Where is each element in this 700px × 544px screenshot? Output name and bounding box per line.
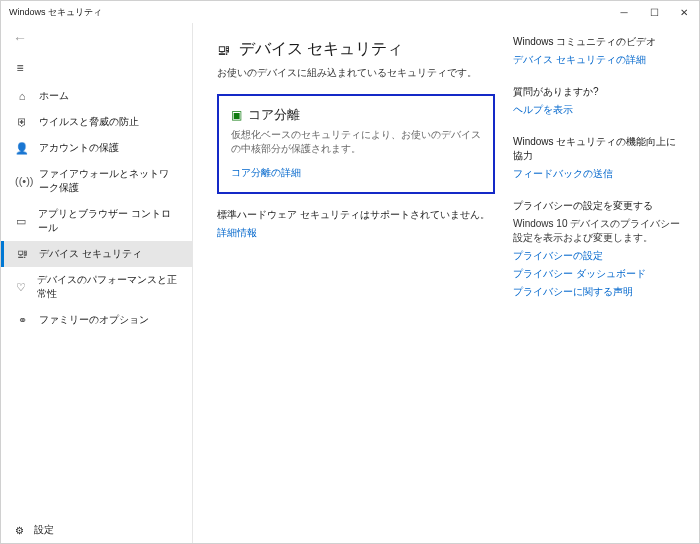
privacy-heading: プライバシーの設定を変更する xyxy=(513,199,683,213)
home-icon: ⌂ xyxy=(15,90,29,102)
sidebar-item-label: アプリとブラウザー コントロール xyxy=(38,207,178,235)
sidebar-item-account[interactable]: 👤 アカウントの保護 xyxy=(1,135,192,161)
feedback-link[interactable]: フィードバックの送信 xyxy=(513,167,683,181)
hw-security-text: 標準ハードウェア セキュリティはサポートされていません。 xyxy=(217,208,495,222)
sidebar-item-label: デバイスのパフォーマンスと正常性 xyxy=(37,273,178,301)
help-link[interactable]: ヘルプを表示 xyxy=(513,103,683,117)
device-icon: 🖳 xyxy=(15,248,29,260)
sidebar-item-firewall[interactable]: ((•)) ファイアウォールとネットワーク保護 xyxy=(1,161,192,201)
help-section: 質問がありますか? ヘルプを表示 xyxy=(513,85,683,117)
maximize-button[interactable]: ☐ xyxy=(639,1,669,23)
device-security-icon: 🖳 xyxy=(217,42,231,58)
heart-icon: ♡ xyxy=(15,281,27,294)
sidebar-item-family[interactable]: ⚭ ファミリーのオプション xyxy=(1,307,192,333)
antenna-icon: ((•)) xyxy=(15,175,29,187)
community-link[interactable]: デバイス セキュリティの詳細 xyxy=(513,53,683,67)
family-icon: ⚭ xyxy=(15,314,29,327)
core-isolation-link[interactable]: コア分離の詳細 xyxy=(231,167,301,178)
chip-icon: ▣ xyxy=(231,108,242,122)
main-content: 🖳 デバイス セキュリティ お使いのデバイスに組み込まれているセキュリティです。… xyxy=(193,23,699,544)
hw-security-section: 標準ハードウェア セキュリティはサポートされていません。 詳細情報 xyxy=(217,208,495,240)
feedback-heading: Windows セキュリティの機能向上に協力 xyxy=(513,135,683,163)
page-title-row: 🖳 デバイス セキュリティ xyxy=(217,39,495,60)
right-panel: Windows コミュニティのビデオ デバイス セキュリティの詳細 質問がありま… xyxy=(513,35,683,533)
window-title: Windows セキュリティ xyxy=(9,6,102,19)
sidebar-item-performance[interactable]: ♡ デバイスのパフォーマンスと正常性 xyxy=(1,267,192,307)
back-button[interactable]: ← xyxy=(5,23,35,53)
gear-icon: ⚙ xyxy=(15,525,24,536)
sidebar-item-label: アカウントの保護 xyxy=(39,141,119,155)
sidebar-item-settings[interactable]: ⚙ 設定 xyxy=(1,514,192,544)
sidebar-item-home[interactable]: ⌂ ホーム xyxy=(1,83,192,109)
sidebar-item-label: ファイアウォールとネットワーク保護 xyxy=(39,167,178,195)
sidebar-item-device-security[interactable]: 🖳 デバイス セキュリティ xyxy=(1,241,192,267)
community-heading: Windows コミュニティのビデオ xyxy=(513,35,683,49)
sidebar-item-label: ウイルスと脅威の防止 xyxy=(39,115,139,129)
person-icon: 👤 xyxy=(15,142,29,155)
sidebar-item-label: ホーム xyxy=(39,89,69,103)
close-button[interactable]: ✕ xyxy=(669,1,699,23)
privacy-dashboard-link[interactable]: プライバシー ダッシュボード xyxy=(513,267,683,281)
sidebar-item-virus[interactable]: ⛨ ウイルスと脅威の防止 xyxy=(1,109,192,135)
page-title: デバイス セキュリティ xyxy=(239,39,403,60)
hw-security-link[interactable]: 詳細情報 xyxy=(217,226,495,240)
shield-icon: ⛨ xyxy=(15,116,29,128)
privacy-text: Windows 10 デバイスのプライバシー設定を表示および変更します。 xyxy=(513,217,683,245)
privacy-settings-link[interactable]: プライバシーの設定 xyxy=(513,249,683,263)
hamburger-button[interactable]: ≡ xyxy=(5,53,35,83)
minimize-button[interactable]: ─ xyxy=(609,1,639,23)
privacy-statement-link[interactable]: プライバシーに関する声明 xyxy=(513,285,683,299)
core-isolation-heading: コア分離 xyxy=(248,106,300,124)
core-isolation-card: ▣ コア分離 仮想化ベースのセキュリティにより、お使いのデバイスの中核部分が保護… xyxy=(217,94,495,194)
page-subtitle: お使いのデバイスに組み込まれているセキュリティです。 xyxy=(217,66,495,80)
sidebar-item-app-browser[interactable]: ▭ アプリとブラウザー コントロール xyxy=(1,201,192,241)
window-icon: ▭ xyxy=(15,215,28,228)
help-heading: 質問がありますか? xyxy=(513,85,683,99)
sidebar-item-label: ファミリーのオプション xyxy=(39,313,149,327)
feedback-section: Windows セキュリティの機能向上に協力 フィードバックの送信 xyxy=(513,135,683,181)
titlebar: Windows セキュリティ ─ ☐ ✕ xyxy=(1,1,699,23)
sidebar-item-label: 設定 xyxy=(34,523,54,537)
community-section: Windows コミュニティのビデオ デバイス セキュリティの詳細 xyxy=(513,35,683,67)
privacy-section: プライバシーの設定を変更する Windows 10 デバイスのプライバシー設定を… xyxy=(513,199,683,299)
sidebar-item-label: デバイス セキュリティ xyxy=(39,247,142,261)
core-isolation-desc: 仮想化ベースのセキュリティにより、お使いのデバイスの中核部分が保護されます。 xyxy=(231,128,481,156)
sidebar: ← ≡ ⌂ ホーム ⛨ ウイルスと脅威の防止 👤 アカウントの保護 ((•)) … xyxy=(1,23,193,544)
